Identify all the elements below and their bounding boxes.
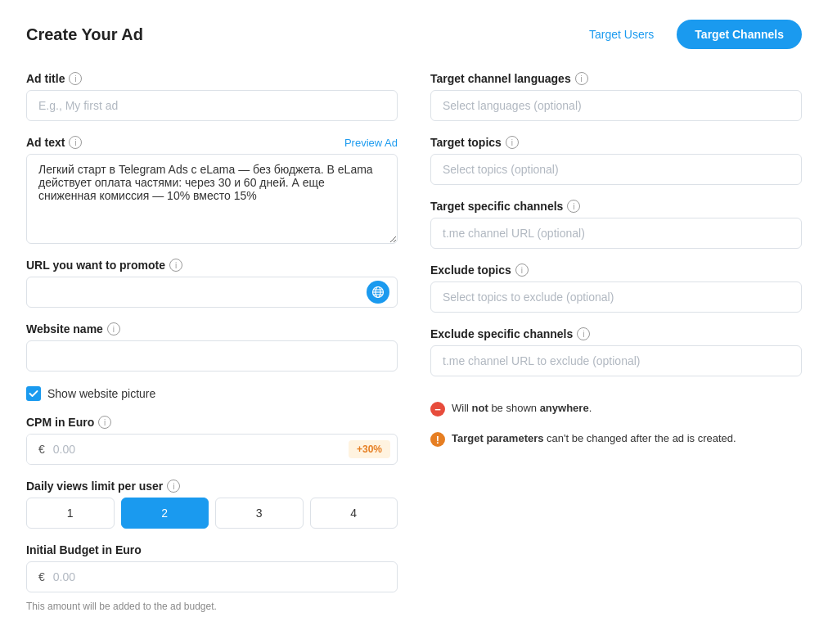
views-btn-1[interactable]: 1 xyxy=(26,498,115,529)
cpm-label: CPM in Euro i xyxy=(26,416,398,429)
warning-params-locked: ! Target parameters can't be changed aft… xyxy=(430,428,802,450)
budget-label: Initial Budget in Euro xyxy=(26,543,398,556)
topics-input[interactable] xyxy=(430,154,802,185)
budget-wrapper: € xyxy=(26,561,398,592)
exclude-channels-input[interactable] xyxy=(430,345,802,376)
website-name-label: Website name i xyxy=(26,322,398,336)
right-column: Target channel languages i Target topics… xyxy=(430,72,802,612)
languages-label: Target channel languages i xyxy=(430,72,802,85)
website-name-input[interactable]: eLama xyxy=(26,340,398,372)
ad-title-info-icon[interactable]: i xyxy=(69,72,82,85)
ad-text-textarea[interactable]: Легкий старт в Telegram Ads с eLama — бе… xyxy=(26,154,398,244)
header-buttons: Target Users Target Channels xyxy=(576,20,802,49)
left-column: Ad title i Ad text i Preview Ad Легкий с… xyxy=(26,72,398,612)
website-name-info-icon[interactable]: i xyxy=(107,322,120,336)
ad-text-info-icon[interactable]: i xyxy=(69,136,82,149)
exclude-channels-info-icon[interactable]: i xyxy=(577,327,590,340)
views-limit-row: 1 2 3 4 xyxy=(26,498,398,529)
show-picture-label: Show website picture xyxy=(47,387,155,400)
exclude-topics-label: Exclude topics i xyxy=(430,263,802,277)
url-info-icon[interactable]: i xyxy=(169,259,182,272)
show-picture-checkbox[interactable] xyxy=(26,386,41,401)
ad-title-group: Ad title i xyxy=(26,72,398,121)
cpm-input-row: € +30% xyxy=(26,434,398,465)
views-btn-2[interactable]: 2 xyxy=(121,498,209,529)
url-input[interactable]: https://try.elama.ru/telegram_ads?erid=e… xyxy=(26,277,398,308)
views-info-icon[interactable]: i xyxy=(167,480,180,493)
warning-params-locked-text: Target parameters can't be changed after… xyxy=(452,431,736,446)
target-users-button[interactable]: Target Users xyxy=(576,21,667,47)
specific-channels-info-icon[interactable]: i xyxy=(567,200,580,213)
cpm-group: CPM in Euro i € +30% xyxy=(26,416,398,465)
budget-input[interactable] xyxy=(53,562,397,592)
page-title: Create Your Ad xyxy=(26,25,143,44)
exclude-channels-label: Exclude specific channels i xyxy=(430,327,802,340)
languages-input[interactable] xyxy=(430,90,802,121)
url-globe-icon xyxy=(367,281,389,304)
topics-group: Target topics i xyxy=(430,136,802,185)
url-group: URL you want to promote i https://try.el… xyxy=(26,259,398,308)
languages-group: Target channel languages i xyxy=(430,72,802,121)
warning-red-icon: − xyxy=(430,402,445,417)
ad-title-input[interactable] xyxy=(26,90,398,121)
ad-title-label: Ad title i xyxy=(26,72,398,85)
target-channels-button[interactable]: Target Channels xyxy=(677,20,802,49)
warning-orange-icon: ! xyxy=(430,432,445,447)
exclude-topics-group: Exclude topics i xyxy=(430,263,802,313)
warning-not-shown: − Will not be shown anywhere. xyxy=(430,398,802,420)
budget-group: Initial Budget in Euro € This amount wil… xyxy=(26,543,398,612)
exclude-topics-info-icon[interactable]: i xyxy=(515,263,529,277)
views-limit-label: Daily views limit per user i xyxy=(26,480,398,493)
views-btn-4[interactable]: 4 xyxy=(310,498,398,529)
views-btn-3[interactable]: 3 xyxy=(215,498,304,529)
cpm-badge: +30% xyxy=(349,440,390,458)
cpm-input[interactable] xyxy=(53,435,349,464)
url-field-wrapper: https://try.elama.ru/telegram_ads?erid=e… xyxy=(26,277,398,308)
warnings-section: − Will not be shown anywhere. ! Target p… xyxy=(430,398,802,450)
languages-info-icon[interactable]: i xyxy=(575,72,588,85)
url-label: URL you want to promote i xyxy=(26,259,398,272)
budget-hint: This amount will be added to the ad budg… xyxy=(26,601,398,612)
ad-text-group: Ad text i Preview Ad Легкий старт в Tele… xyxy=(26,136,398,244)
exclude-channels-group: Exclude specific channels i xyxy=(430,327,802,376)
budget-euro-prefix: € xyxy=(27,562,53,592)
show-picture-row[interactable]: Show website picture xyxy=(26,386,398,401)
cpm-euro-prefix: € xyxy=(27,435,53,464)
website-name-group: Website name i eLama xyxy=(26,322,398,372)
warning-not-shown-text: Will not be shown anywhere. xyxy=(452,401,592,416)
ad-text-label: Ad text i xyxy=(26,136,82,149)
topics-label: Target topics i xyxy=(430,136,802,149)
preview-ad-link[interactable]: Preview Ad xyxy=(344,137,398,149)
specific-channels-input[interactable] xyxy=(430,218,802,249)
specific-channels-group: Target specific channels i xyxy=(430,200,802,249)
exclude-topics-input[interactable] xyxy=(430,281,802,313)
cpm-info-icon[interactable]: i xyxy=(98,416,111,429)
topics-info-icon[interactable]: i xyxy=(506,136,519,149)
specific-channels-label: Target specific channels i xyxy=(430,200,802,213)
views-limit-group: Daily views limit per user i 1 2 3 4 xyxy=(26,480,398,529)
